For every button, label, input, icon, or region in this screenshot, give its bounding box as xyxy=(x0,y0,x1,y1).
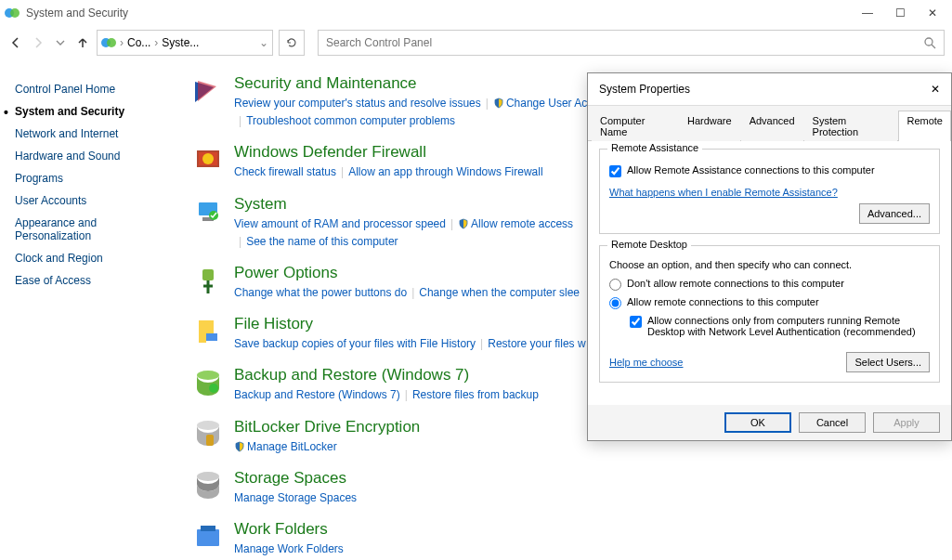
rd-allow-radio[interactable]: Allow remote connections to this compute… xyxy=(609,296,930,309)
rd-deny-radio[interactable]: Don't allow remote connections to this c… xyxy=(609,278,930,291)
category-link[interactable]: Change when the computer slee xyxy=(419,286,580,299)
category-link[interactable]: Change User Ac xyxy=(493,97,587,110)
dialog-ok-button[interactable]: OK xyxy=(724,412,791,433)
svg-rect-19 xyxy=(197,529,219,546)
svg-rect-12 xyxy=(202,269,214,280)
category-link[interactable]: Manage Work Folders xyxy=(234,542,344,555)
category-icon xyxy=(191,74,225,108)
chevron-right-icon: › xyxy=(154,36,158,49)
category-link[interactable]: Save backup copies of your files with Fi… xyxy=(234,337,476,350)
rd-select-users-button[interactable]: Select Users... xyxy=(846,352,930,372)
category-link[interactable]: Allow an app through Windows Firewall xyxy=(348,165,542,178)
category-link[interactable]: Restore your files w xyxy=(488,337,585,350)
dialog-tab[interactable]: Remote xyxy=(898,111,951,141)
sidebar-item[interactable]: Clock and Region xyxy=(15,247,173,269)
svg-point-16 xyxy=(197,421,219,430)
category-icon xyxy=(191,264,225,297)
category-title[interactable]: Work Folders xyxy=(234,520,937,539)
dialog-tab[interactable]: System Protection xyxy=(804,111,898,141)
category-icon xyxy=(191,520,225,553)
svg-point-3 xyxy=(107,38,116,47)
chevron-down-icon[interactable]: ⌄ xyxy=(259,36,268,49)
forward-button[interactable] xyxy=(30,34,46,51)
category-icon xyxy=(191,195,225,228)
breadcrumb[interactable]: › Co... › Syste... ⌄ xyxy=(97,30,273,56)
rd-desc: Choose an option, and then specify who c… xyxy=(609,259,930,270)
breadcrumb-segment[interactable]: Syste... xyxy=(162,36,199,49)
ra-allow-checkbox[interactable]: Allow Remote Assistance connections to t… xyxy=(609,164,930,177)
search-input[interactable] xyxy=(326,36,923,49)
chevron-right-icon: › xyxy=(120,36,124,49)
category-icon xyxy=(191,366,225,399)
up-button[interactable] xyxy=(74,34,91,51)
dialog-tab[interactable]: Computer Name xyxy=(592,111,678,141)
shield-icon xyxy=(234,441,245,452)
category-title[interactable]: Storage Spaces xyxy=(234,469,937,488)
sidebar-item[interactable]: Appearance and Personalization xyxy=(15,212,173,247)
svg-rect-17 xyxy=(206,435,214,446)
category-link[interactable]: Troubleshoot common computer problems xyxy=(246,114,455,127)
category-link[interactable]: Manage Storage Spaces xyxy=(234,491,357,504)
sidebar-item[interactable]: Network and Internet xyxy=(15,123,173,145)
dialog-cancel-button[interactable]: Cancel xyxy=(799,412,866,433)
recent-button[interactable] xyxy=(52,34,69,51)
rd-help-link[interactable]: Help me choose xyxy=(609,357,684,368)
svg-rect-13 xyxy=(206,333,217,341)
rd-nla-checkbox[interactable]: Allow connections only from computers ru… xyxy=(630,315,930,337)
rd-nla-checkbox-input[interactable] xyxy=(630,316,642,328)
rd-group-label: Remote Desktop xyxy=(607,239,691,250)
svg-point-15 xyxy=(209,384,218,393)
category-icon xyxy=(191,469,225,502)
sidebar-item[interactable]: User Accounts xyxy=(15,189,173,212)
rd-allow-radio-input[interactable] xyxy=(609,297,621,309)
svg-rect-20 xyxy=(201,526,215,531)
app-icon xyxy=(4,5,20,21)
category-link[interactable]: Backup and Restore (Windows 7) xyxy=(234,388,400,401)
sidebar-item[interactable]: Programs xyxy=(15,167,173,189)
svg-point-1 xyxy=(10,8,20,18)
svg-point-14 xyxy=(197,371,219,380)
category-link[interactable]: View amount of RAM and processor speed xyxy=(234,217,446,230)
category-link[interactable]: Manage BitLocker xyxy=(234,440,337,453)
rd-deny-radio-input[interactable] xyxy=(609,279,621,291)
ra-allow-checkbox-input[interactable] xyxy=(609,165,621,177)
category-link[interactable]: Allow remote access xyxy=(458,217,573,230)
ra-advanced-button[interactable]: Advanced... xyxy=(859,203,930,224)
sidebar-item[interactable]: System and Security xyxy=(15,100,173,123)
category-link[interactable]: Change what the power buttons do xyxy=(234,286,407,299)
ra-help-link[interactable]: What happens when I enable Remote Assist… xyxy=(609,187,838,198)
refresh-button[interactable] xyxy=(279,30,305,56)
dialog-apply-button[interactable]: Apply xyxy=(873,412,940,433)
category-icon xyxy=(191,418,225,451)
sidebar-item[interactable]: Ease of Access xyxy=(15,269,173,292)
category-link[interactable]: See the name of this computer xyxy=(246,235,398,248)
dialog-tab[interactable]: Advanced xyxy=(741,111,803,141)
window-title: System and Security xyxy=(26,7,862,20)
minimize-button[interactable]: — xyxy=(862,7,873,20)
sidebar-item[interactable]: Hardware and Sound xyxy=(15,145,173,167)
breadcrumb-segment[interactable]: Co... xyxy=(127,36,150,49)
category-icon xyxy=(191,315,225,348)
category-link[interactable]: Review your computer's status and resolv… xyxy=(234,97,481,110)
breadcrumb-root-icon xyxy=(101,35,116,50)
category-link[interactable]: Restore files from backup xyxy=(412,388,539,401)
category-icon xyxy=(191,143,225,176)
dialog-title: System Properties xyxy=(599,83,690,96)
search-icon[interactable] xyxy=(923,36,936,49)
svg-point-8 xyxy=(202,153,214,164)
shield-icon xyxy=(493,98,504,109)
category-link[interactable]: Check firewall status xyxy=(234,165,336,178)
dialog-close-icon[interactable]: ✕ xyxy=(931,83,940,96)
close-button[interactable]: ✕ xyxy=(928,7,937,20)
back-button[interactable] xyxy=(7,34,24,51)
maximize-button[interactable]: ☐ xyxy=(895,7,906,20)
shield-icon xyxy=(458,218,469,229)
svg-point-4 xyxy=(925,38,932,46)
svg-point-18 xyxy=(197,472,219,481)
svg-line-5 xyxy=(932,45,935,48)
dialog-tab[interactable]: Hardware xyxy=(679,111,740,141)
ra-group-label: Remote Assistance xyxy=(607,142,702,153)
sidebar-item[interactable]: Control Panel Home xyxy=(15,78,173,100)
